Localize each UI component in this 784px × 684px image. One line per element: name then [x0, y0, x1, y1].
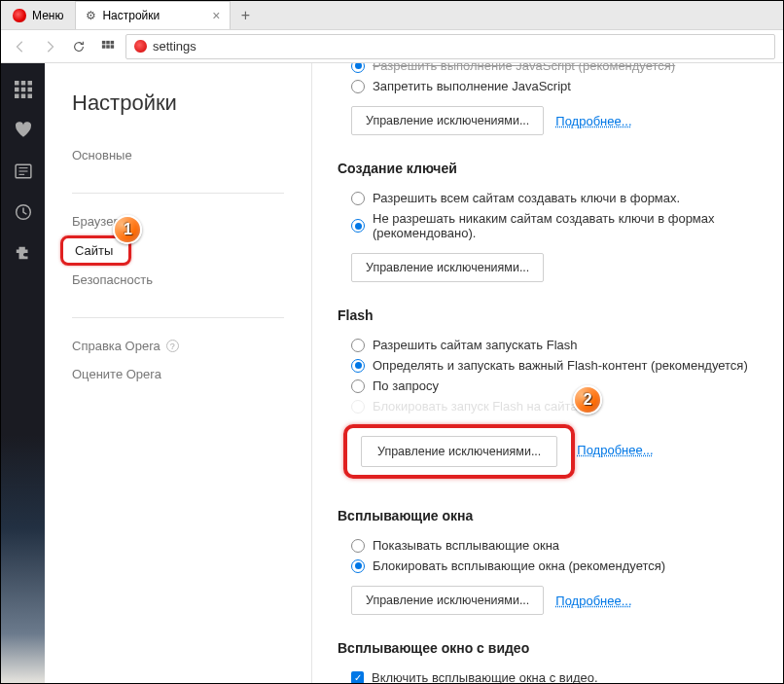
section-heading-keygen: Создание ключей: [338, 161, 758, 176]
forward-button[interactable]: [38, 35, 61, 58]
history-icon[interactable]: [15, 203, 32, 221]
news-icon[interactable]: [15, 162, 32, 180]
radio-js-deny[interactable]: Запретить выполнение JavaScript: [338, 76, 758, 96]
menu-label: Меню: [32, 9, 63, 22]
svg-rect-0: [102, 40, 106, 44]
svg-rect-8: [27, 81, 32, 86]
radio-keygen-deny[interactable]: Не разрешать никаким сайтам создавать кл…: [338, 208, 758, 243]
radio-icon: [351, 379, 365, 393]
radio-popup-block[interactable]: Блокировать всплывающие окна (рекомендуе…: [338, 556, 758, 576]
radio-icon: [351, 539, 365, 553]
settings-content: Разрешить выполнение JavaScript (рекомен…: [312, 63, 783, 683]
extensions-icon[interactable]: [15, 244, 32, 262]
sidebar-dark: [1, 63, 45, 683]
radio-icon: [351, 192, 365, 205]
option-label: Разрешить всем сайтам создавать ключи в …: [373, 191, 680, 205]
new-tab-button[interactable]: +: [231, 1, 260, 29]
option-label: Разрешить сайтам запускать Flash: [373, 338, 577, 352]
nav-item-basic[interactable]: Основные: [72, 141, 311, 169]
heart-icon[interactable]: [15, 122, 32, 139]
close-icon[interactable]: ×: [212, 8, 220, 23]
workspace: Настройки Основные Браузер 1 Сайты Безоп…: [1, 63, 783, 683]
option-label: Разрешить выполнение JavaScript (рекомен…: [373, 63, 675, 73]
nav-item-rate[interactable]: Оцените Opera: [72, 360, 311, 388]
radio-flash-block[interactable]: Блокировать запуск Flash на сайтах: [338, 396, 758, 416]
menu-button[interactable]: Меню: [1, 1, 75, 29]
option-label: Блокировать запуск Flash на сайтах: [373, 399, 584, 414]
radio-icon: [351, 359, 365, 373]
more-link[interactable]: Подробнее...: [555, 114, 631, 128]
more-link[interactable]: Подробнее...: [555, 594, 631, 608]
svg-rect-2: [111, 40, 115, 44]
svg-rect-5: [111, 45, 115, 49]
radio-flash-allow[interactable]: Разрешить сайтам запускать Flash: [338, 335, 758, 355]
section-heading-popups: Всплывающие окна: [338, 508, 758, 523]
radio-icon: [351, 400, 365, 414]
settings-nav: Настройки Основные Браузер 1 Сайты Безоп…: [45, 63, 312, 683]
opera-logo-icon: [13, 9, 26, 22]
option-label: Запретить выполнение JavaScript: [373, 79, 571, 93]
annotation-badge-1: 1: [113, 215, 142, 244]
svg-rect-6: [15, 81, 19, 86]
back-button[interactable]: [9, 35, 32, 58]
radio-flash-detect[interactable]: Определять и запускать важный Flash-конт…: [338, 355, 758, 376]
radio-icon: [351, 559, 365, 573]
nav-item-help[interactable]: Справка Opera ?: [72, 332, 311, 360]
toolbar: [1, 30, 783, 63]
radio-popup-show[interactable]: Показывать всплывающие окна: [338, 535, 758, 556]
checkbox-videopop-enable[interactable]: ✓ Включить всплывающие окна с видео.: [338, 667, 758, 683]
checkbox-icon: ✓: [351, 671, 364, 683]
svg-rect-10: [20, 88, 25, 92]
manage-exceptions-button[interactable]: Управление исключениями...: [351, 586, 544, 615]
manage-exceptions-button[interactable]: Управление исключениями...: [351, 253, 544, 282]
radio-js-allow[interactable]: Разрешить выполнение JavaScript (рекомен…: [338, 63, 758, 76]
svg-rect-4: [106, 45, 110, 49]
radio-flash-ondemand[interactable]: По запросу: [338, 376, 758, 396]
nav-item-security[interactable]: Безопасность: [72, 266, 311, 294]
option-label: Показывать всплывающие окна: [373, 538, 559, 553]
svg-rect-11: [27, 88, 32, 92]
option-label: Включить всплывающие окна с видео.: [372, 670, 598, 683]
settings-heading: Настройки: [72, 90, 311, 116]
reload-icon: [72, 40, 86, 54]
opera-mini-icon: [134, 40, 147, 53]
svg-rect-1: [106, 40, 110, 44]
option-label: Определять и запускать важный Flash-конт…: [373, 358, 748, 373]
speed-dial-button[interactable]: [96, 35, 120, 58]
chevron-left-icon: [14, 40, 27, 54]
tab-title: Настройки: [102, 9, 160, 22]
tab-settings[interactable]: ⚙ Настройки ×: [75, 1, 231, 29]
section-javascript: Разрешить выполнение JavaScript (рекомен…: [338, 63, 758, 135]
highlight-sites: 1 Сайты: [60, 235, 131, 266]
radio-icon: [351, 80, 365, 93]
highlight-manage-exceptions: 2 Управление исключениями...: [343, 424, 575, 479]
reload-button[interactable]: [67, 35, 90, 58]
more-link[interactable]: Подробнее...: [577, 443, 653, 457]
grid-icon: [101, 40, 115, 54]
svg-rect-3: [102, 45, 106, 49]
divider: [72, 317, 284, 318]
grid-icon[interactable]: [15, 81, 32, 98]
radio-icon: [351, 339, 365, 352]
radio-icon: [351, 63, 365, 73]
svg-rect-13: [20, 94, 25, 99]
nav-item-label: Справка Opera: [72, 339, 160, 353]
svg-rect-9: [15, 88, 19, 92]
divider: [72, 193, 284, 194]
option-label: Не разрешать никаким сайтам создавать кл…: [373, 211, 758, 240]
tab-strip: Меню ⚙ Настройки × +: [1, 1, 783, 30]
nav-item-sites[interactable]: Сайты: [75, 243, 113, 258]
address-bar[interactable]: [125, 34, 775, 59]
section-heading-flash: Flash: [338, 307, 758, 323]
address-input[interactable]: [153, 39, 766, 54]
option-label: По запросу: [373, 378, 439, 393]
svg-rect-7: [20, 81, 25, 86]
svg-rect-14: [27, 94, 32, 99]
manage-exceptions-button[interactable]: Управление исключениями...: [351, 106, 544, 135]
radio-keygen-allow[interactable]: Разрешить всем сайтам создавать ключи в …: [338, 188, 758, 208]
radio-icon: [351, 219, 365, 233]
external-icon: ?: [166, 340, 179, 352]
nav-item-browser[interactable]: Браузер: [72, 207, 311, 235]
svg-rect-12: [15, 94, 19, 99]
manage-exceptions-button[interactable]: Управление исключениями...: [361, 436, 557, 467]
